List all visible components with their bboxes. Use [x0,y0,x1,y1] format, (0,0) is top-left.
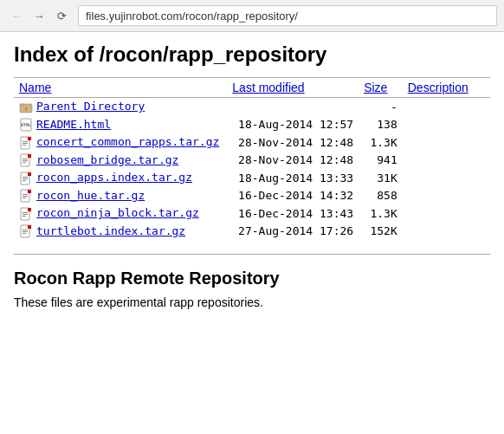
size-cell: 1.3K [359,204,403,223]
back-button[interactable]: ← [7,6,26,25]
desc-cell [403,133,490,152]
browser-chrome: ← → ⟳ [0,0,504,32]
col-size-link[interactable]: Size [364,81,387,94]
file-link[interactable]: rocon_apps.index.tar.gz [36,171,192,184]
page-title: Index of /rocon/rapp_repository [14,42,490,67]
desc-cell [403,187,490,205]
col-header-modified: Last modified [227,78,359,98]
desc-cell [403,116,490,134]
archive-file-icon [19,153,33,167]
svg-rect-10 [23,145,26,146]
modified-cell: 16-Dec-2014 14:32 [227,187,359,205]
svg-rect-26 [23,194,28,195]
table-row: turtlebot.index.tar.gz27-Aug-2014 17:261… [14,223,490,241]
svg-rect-31 [28,208,31,211]
svg-rect-13 [28,154,31,158]
col-modified-link[interactable]: Last modified [232,81,304,94]
svg-text:↑: ↑ [24,106,28,113]
desc-cell [403,152,490,170]
svg-rect-22 [23,180,26,181]
table-header-row: Name Last modified Size Description [14,78,490,98]
modified-cell: 18-Aug-2014 12:57 [227,116,359,134]
col-name-link[interactable]: Name [19,81,51,94]
table-row: rocon_ninja_block.tar.gz16-Dec-2014 13:4… [14,204,490,223]
table-row: ↑ Parent Directory- [14,98,490,116]
file-link[interactable]: turtlebot.index.tar.gz [36,224,185,237]
modified-cell [227,98,359,116]
size-cell: - [359,98,403,116]
svg-rect-33 [23,214,28,215]
desc-cell [403,169,490,187]
table-row: robosem_bridge.tar.gz28-Nov-2014 12:4894… [14,152,490,170]
svg-text:HTML: HTML [21,122,31,127]
desc-cell [403,223,490,241]
file-link[interactable]: README.html [36,118,111,131]
table-row: concert_common_rapps.tar.gz28-Nov-2014 1… [14,133,490,152]
modified-cell: 28-Nov-2014 12:48 [227,133,359,152]
size-cell: 152K [359,223,403,241]
modified-cell: 18-Aug-2014 13:33 [227,169,359,187]
svg-rect-38 [23,230,28,230]
svg-rect-7 [28,137,31,140]
table-row: rocon_hue.tar.gz16-Dec-2014 14:32858 [14,187,490,205]
size-cell: 31K [359,169,403,187]
section-text: These files are experimental rapp reposi… [14,295,490,309]
svg-rect-32 [23,212,28,213]
svg-rect-20 [23,177,28,178]
refresh-button[interactable]: ⟳ [52,6,71,25]
svg-rect-9 [23,143,28,144]
desc-cell [403,98,490,116]
svg-rect-14 [23,159,28,159]
svg-rect-39 [23,231,28,232]
parent-dir-icon: ↑ [19,100,33,114]
page-content: Index of /rocon/rapp_repository Name Las… [0,32,504,320]
file-table: Name Last modified Size Description ↑ Pa… [14,77,490,240]
col-header-name: Name [14,78,227,98]
svg-rect-25 [28,190,31,193]
svg-rect-16 [23,162,26,163]
col-header-desc: Description [403,78,490,98]
svg-rect-28 [23,198,26,198]
size-cell: 941 [359,152,403,170]
section-title: Rocon Rapp Remote Repository [14,269,490,288]
size-cell: 138 [359,116,403,134]
archive-file-icon [19,189,33,203]
archive-file-icon [19,224,33,238]
svg-rect-34 [23,216,26,217]
address-bar[interactable] [78,5,497,26]
archive-file-icon [19,172,33,185]
svg-rect-21 [23,178,28,179]
modified-cell: 28-Nov-2014 12:48 [227,152,359,170]
html-file-icon: HTML [19,118,33,132]
file-link[interactable]: rocon_hue.tar.gz [36,189,145,202]
file-link[interactable]: robosem_bridge.tar.gz [36,153,178,166]
svg-rect-19 [28,172,31,176]
file-table-body: ↑ Parent Directory- HTML README.html18-A… [14,98,490,241]
svg-rect-8 [23,141,28,142]
col-desc-link[interactable]: Description [408,81,468,94]
table-row: rocon_apps.index.tar.gz18-Aug-2014 13:33… [14,169,490,187]
table-row: HTML README.html18-Aug-2014 12:57138 [14,116,490,134]
svg-rect-40 [23,233,26,234]
file-link[interactable]: Parent Directory [36,100,145,113]
forward-button[interactable]: → [29,6,48,25]
svg-rect-15 [23,160,28,161]
svg-rect-27 [23,196,28,197]
desc-cell [403,204,490,223]
svg-rect-37 [28,225,31,229]
file-link[interactable]: concert_common_rapps.tar.gz [36,135,219,148]
modified-cell: 27-Aug-2014 17:26 [227,223,359,241]
nav-buttons: ← → ⟳ [7,6,71,25]
file-link[interactable]: rocon_ninja_block.tar.gz [36,206,199,219]
size-cell: 858 [359,187,403,205]
separator [14,254,490,255]
archive-file-icon [19,136,33,150]
size-cell: 1.3K [359,133,403,152]
modified-cell: 16-Dec-2014 13:43 [227,204,359,223]
col-header-size: Size [359,78,403,98]
archive-file-icon [19,207,33,221]
